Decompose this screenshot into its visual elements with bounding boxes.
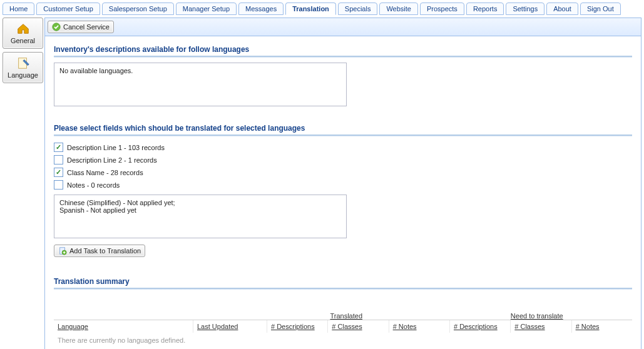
- document-edit-icon: [16, 56, 30, 70]
- sidebar: General Language: [3, 18, 42, 349]
- field-option-row: Description Line 1 - 103 records: [54, 143, 632, 152]
- col-last-updated[interactable]: Last Updated: [193, 320, 267, 333]
- top-tabbar: Home Customer Setup Salesperson Setup Ma…: [0, 0, 644, 15]
- checkbox-label: Class Name - 28 records: [67, 169, 143, 176]
- divider: [54, 56, 632, 58]
- cancel-service-button[interactable]: Cancel Service: [48, 21, 114, 33]
- field-option-row: Description Line 2 - 1 records: [54, 155, 632, 164]
- tab-settings[interactable]: Settings: [506, 3, 544, 15]
- tab-sign-out[interactable]: Sign Out: [580, 3, 621, 15]
- tab-messages[interactable]: Messages: [238, 3, 284, 15]
- tab-customer-setup[interactable]: Customer Setup: [36, 3, 100, 15]
- summary-table: Translated Need to translate Language La…: [54, 312, 632, 349]
- tab-home[interactable]: Home: [3, 3, 34, 15]
- checkbox-desc-line-2[interactable]: [54, 155, 63, 164]
- checkbox-label: Description Line 2 - 1 records: [67, 156, 157, 164]
- col-notes-n[interactable]: # Notes: [571, 320, 632, 333]
- section-fields-title: Please select fields which should be tra…: [54, 124, 632, 133]
- col-classes-n[interactable]: # Classes: [510, 320, 571, 333]
- field-option-row: Notes - 0 records: [54, 180, 632, 190]
- add-document-icon: [58, 246, 67, 255]
- tab-translation[interactable]: Translation: [285, 3, 336, 15]
- divider: [54, 288, 632, 290]
- checkbox-desc-line-1[interactable]: [54, 143, 63, 152]
- col-notes-t[interactable]: # Notes: [389, 320, 449, 333]
- checkbox-class-name[interactable]: [54, 168, 63, 177]
- tab-salesperson-setup[interactable]: Salesperson Setup: [102, 3, 174, 15]
- content-panel: Cancel Service Inventory's descriptions …: [44, 18, 641, 349]
- sidebar-btn-language[interactable]: Language: [3, 52, 43, 83]
- check-circle-icon: [52, 23, 61, 31]
- checkbox-notes[interactable]: [54, 180, 63, 190]
- sidebar-btn-general[interactable]: General: [3, 18, 43, 49]
- tab-manager-setup[interactable]: Manager Setup: [176, 3, 237, 15]
- sidebar-label-language: Language: [8, 71, 38, 79]
- applied-status-box: Chinese (Simplified) - Not applied yet; …: [54, 195, 347, 238]
- tab-prospects[interactable]: Prospects: [420, 3, 464, 15]
- section-summary-title: Translation summary: [54, 277, 632, 286]
- col-descriptions-t[interactable]: # Descriptions: [267, 320, 327, 333]
- col-descriptions-n[interactable]: # Descriptions: [449, 320, 510, 333]
- summary-empty-text: There are currently no languages defined…: [54, 333, 632, 349]
- section-available-title: Inventory's descriptions available for f…: [54, 45, 632, 54]
- col-language[interactable]: Language: [54, 320, 193, 333]
- sidebar-label-general: General: [11, 37, 35, 44]
- tab-specials[interactable]: Specials: [338, 3, 378, 15]
- tab-website[interactable]: Website: [379, 3, 418, 15]
- col-classes-t[interactable]: # Classes: [327, 320, 388, 333]
- checkbox-label: Description Line 1 - 103 records: [67, 144, 165, 151]
- tab-about[interactable]: About: [546, 3, 578, 15]
- summary-header-cols: Language Last Updated # Descriptions # C…: [54, 320, 632, 333]
- field-option-row: Class Name - 28 records: [54, 168, 632, 177]
- tab-reports[interactable]: Reports: [466, 3, 504, 15]
- home-icon: [16, 22, 30, 36]
- cancel-service-label: Cancel Service: [63, 23, 110, 31]
- summary-header-groups: Translated Need to translate: [54, 312, 632, 320]
- add-task-label: Add Task to Translation: [69, 247, 141, 255]
- add-task-button[interactable]: Add Task to Translation: [54, 245, 145, 257]
- checkbox-label: Notes - 0 records: [67, 181, 120, 189]
- available-languages-box: No available languages.: [54, 63, 347, 106]
- content-toolbar: Cancel Service: [45, 18, 641, 36]
- divider: [54, 134, 632, 136]
